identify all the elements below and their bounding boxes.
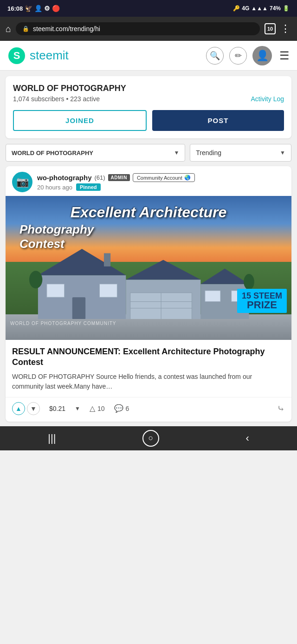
value-dropdown-icon[interactable]: ▼ — [75, 405, 80, 412]
edit-button[interactable]: ✏ — [229, 47, 247, 65]
upvote-button[interactable]: ▲ — [12, 402, 25, 415]
url-bar[interactable]: 🔒 steemit.com/trending/hi — [16, 22, 260, 35]
svg-marker-7 — [200, 268, 249, 284]
share-button[interactable]: ⤷ — [277, 403, 285, 414]
post-header: 📷 wo-photography (61) ADMIN Community Ac… — [6, 166, 291, 196]
admin-badge: ADMIN — [108, 174, 130, 181]
post-reputation: (61) — [94, 174, 105, 181]
post-content: RESULT ANNOUNCEMENT: Excellent Architect… — [6, 340, 291, 391]
nav-bar: ||| ○ ‹ — [0, 426, 297, 450]
svg-point-19 — [244, 273, 254, 289]
app-header: S steemit 🔍 ✏ 👤 ☰ — [0, 41, 297, 71]
signal-bars-icon: ▲▲▲ — [251, 5, 268, 12]
url-text: steemit.com/trending/hi — [33, 25, 100, 33]
joined-button[interactable]: JOINED — [13, 110, 147, 131]
activity-log-link[interactable]: Activity Log — [251, 95, 284, 103]
edit-icon: ✏ — [235, 51, 242, 61]
battery-icon: 🔋 — [283, 5, 290, 12]
image-title-sub: Photography — [6, 222, 291, 237]
svg-rect-10 — [72, 297, 85, 319]
nav-circle-icon: ○ — [148, 433, 153, 443]
post-value: $0.21 — [49, 405, 65, 412]
steemit-logo-icon: S — [7, 46, 26, 65]
post-image[interactable]: Excellent Architecture Photography Conte… — [6, 196, 291, 340]
earth-icon: 🌏 — [184, 175, 191, 181]
post-excerpt: WORLD OF PHOTGRAPHY Source Hello friends… — [12, 372, 285, 391]
community-filter[interactable]: WORLD OF PHOTOGRAPHY ▼ — [6, 144, 185, 162]
tab-count[interactable]: 10 — [265, 23, 276, 34]
community-stats: 1,074 subscribers • 223 active — [13, 95, 100, 103]
post-title[interactable]: RESULT ANNOUNCEMENT: Excellent Architect… — [12, 346, 285, 368]
community-title: WORLD OF PHOTOGRAPHY — [13, 84, 284, 93]
post-time-line: 20 hours ago Pinned — [37, 183, 285, 191]
comment-icon: 💬 — [114, 404, 123, 413]
upvote-number: 10 — [97, 405, 105, 412]
prize-badge: 15 STEEM PRIZE — [237, 289, 287, 313]
comment-number: 6 — [126, 405, 129, 412]
hamburger-menu[interactable]: ☰ — [279, 49, 290, 62]
svg-rect-8 — [47, 284, 65, 297]
logo-text: steemit — [30, 48, 69, 63]
house-svg — [15, 240, 272, 319]
comment-count[interactable]: 💬 6 — [114, 404, 129, 413]
watermark: WORLD OF PHOTOGRAPHY COMMUNITY — [10, 321, 116, 326]
upvote-stat-icon: △ — [90, 404, 95, 413]
upvote-count[interactable]: △ 10 — [90, 404, 105, 413]
battery-text: 74% — [270, 5, 281, 12]
user-icon: 👤 — [34, 5, 42, 12]
svg-rect-17 — [104, 253, 110, 266]
search-button[interactable]: 🔍 — [206, 47, 224, 65]
post-time: 20 hours ago — [37, 184, 72, 191]
svg-point-18 — [29, 271, 42, 288]
settings-icon: ⚙ — [44, 5, 50, 12]
notification-icon: 🦅 — [25, 5, 32, 12]
user-avatar[interactable]: 👤 — [252, 46, 272, 65]
post-button[interactable]: POST — [152, 110, 284, 131]
lock-icon: 🔒 — [22, 26, 29, 32]
camera-icon: 📷 — [16, 176, 29, 188]
vote-controls: ▲ ▼ — [12, 402, 40, 415]
community-card: WORLD OF PHOTOGRAPHY 1,074 subscribers •… — [6, 76, 291, 138]
sort-filter[interactable]: Trending ▼ — [190, 144, 291, 162]
browser-menu-icon[interactable]: ⋮ — [280, 23, 291, 35]
svg-rect-15 — [205, 290, 220, 301]
logo: S steemit — [7, 46, 206, 65]
community-account-label: Community Account — [137, 175, 182, 181]
author-line: wo-photography (61) ADMIN Community Acco… — [37, 173, 285, 182]
svg-marker-5 — [126, 260, 200, 280]
post-meta: wo-photography (61) ADMIN Community Acco… — [37, 173, 285, 191]
prize-label: PRIZE — [242, 300, 282, 310]
subscriber-count: 1,074 subscribers — [13, 95, 65, 103]
image-title-main: Excellent Architecture — [6, 204, 291, 221]
url-domain: steemit.com/trending/hi — [33, 25, 100, 33]
svg-rect-9 — [99, 284, 117, 297]
signal-text: 4G — [242, 5, 249, 12]
post-author-avatar[interactable]: 📷 — [12, 172, 32, 192]
home-icon[interactable]: ⌂ — [6, 24, 11, 34]
post-image-title: Excellent Architecture Photography Conte… — [6, 204, 291, 251]
downvote-button[interactable]: ▼ — [27, 402, 40, 415]
active-count: 223 active — [70, 95, 100, 103]
post-author[interactable]: wo-photography — [37, 174, 91, 182]
search-icon: 🔍 — [210, 51, 220, 61]
browser-bar: ⌂ 🔒 steemit.com/trending/hi 10 ⋮ — [0, 17, 297, 41]
post-image-content: Excellent Architecture Photography Conte… — [6, 196, 291, 340]
community-filter-label: WORLD OF PHOTOGRAPHY — [12, 150, 93, 156]
status-bar: 16:08 🦅 👤 ⚙ 🔴 🔑 4G ▲▲▲ 74% 🔋 — [0, 0, 297, 17]
filter-bar: WORLD OF PHOTOGRAPHY ▼ Trending ▼ — [6, 144, 291, 162]
nav-home-button[interactable]: ○ — [142, 430, 159, 447]
sort-dropdown-arrow-icon: ▼ — [280, 150, 285, 156]
svg-marker-3 — [38, 248, 126, 275]
community-actions: JOINED POST — [13, 110, 284, 131]
svg-text:S: S — [13, 50, 20, 61]
post-footer: ▲ ▼ $0.21 ▼ △ 10 💬 6 ⤷ — [6, 397, 291, 422]
nav-back-button[interactable]: ‹ — [236, 430, 258, 446]
pinned-badge: Pinned — [76, 183, 101, 191]
header-actions: 🔍 ✏ 👤 ☰ — [206, 46, 290, 65]
community-account-badge[interactable]: Community Account 🌏 — [133, 173, 195, 182]
post-card: 📷 wo-photography (61) ADMIN Community Ac… — [6, 166, 291, 422]
status-right: 🔑 4G ▲▲▲ 74% 🔋 — [233, 5, 290, 12]
status-time: 16:08 🦅 👤 ⚙ 🔴 — [7, 5, 60, 12]
nav-recents-button[interactable]: ||| — [39, 430, 65, 446]
community-meta: 1,074 subscribers • 223 active Activity … — [13, 95, 284, 103]
